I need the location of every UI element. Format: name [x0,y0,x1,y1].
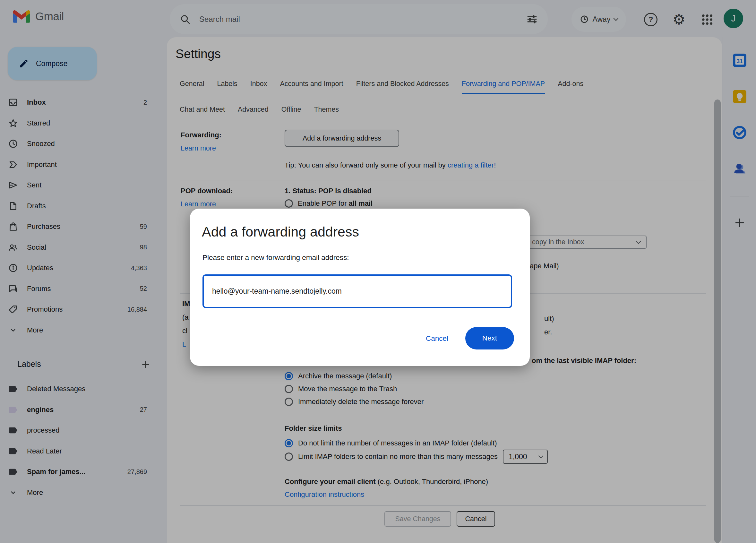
dialog-next-button[interactable]: Next [465,327,514,349]
dialog-cancel-button[interactable]: Cancel [415,332,460,346]
add-forwarding-address-dialog: Add a forwarding address Please enter a … [190,209,530,366]
dialog-title: Add a forwarding address [202,224,359,240]
forwarding-email-input[interactable] [202,274,512,308]
gmail-app: Gmail [0,0,756,543]
dialog-prompt: Please enter a new forwarding email addr… [202,254,349,262]
